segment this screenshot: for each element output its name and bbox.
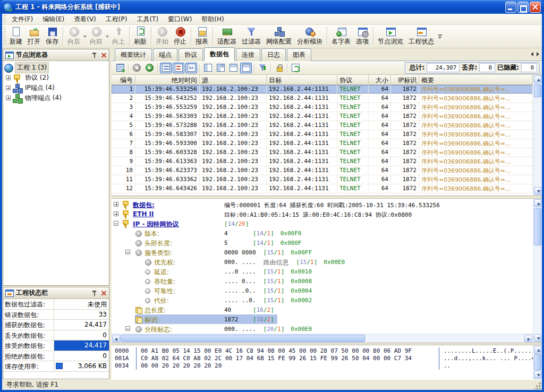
toggle-hex-view-button[interactable]: 6A bbox=[185, 63, 197, 73]
minimize-button[interactable] bbox=[505, 2, 516, 13]
menu-project[interactable]: 工程(P) bbox=[101, 14, 132, 25]
packet-row[interactable]: 515:39:46.573288192.168.2.100:23192.168.… bbox=[112, 121, 533, 130]
decode-row-total-length[interactable]: 总长度: 40[16/2] bbox=[112, 305, 533, 314]
scroll-up-icon[interactable] bbox=[534, 199, 541, 207]
col-size[interactable]: 大小 bbox=[369, 75, 391, 84]
col-source[interactable]: 源 bbox=[200, 75, 267, 84]
packet-row[interactable]: 1015:39:46.623373192.168.2.100:23192.168… bbox=[112, 166, 533, 175]
packet-row[interactable]: 715:39:46.593300192.168.2.100:23192.168.… bbox=[112, 139, 533, 148]
toolbar-overflow-icon[interactable] bbox=[438, 33, 443, 40]
decode-scrollbar[interactable] bbox=[533, 199, 542, 343]
tab-protocols[interactable]: 协议 bbox=[178, 48, 203, 61]
expand-icon[interactable] bbox=[114, 211, 118, 216]
packet-row[interactable]: 915:39:46.613363192.168.2.100:23192.168.… bbox=[112, 157, 533, 166]
name-table-button[interactable]: 名字表 bbox=[329, 25, 353, 47]
decode-row-reliability[interactable]: 可靠性: .... .0..[15/1]0x0004 bbox=[112, 286, 533, 295]
scroll-up-icon[interactable] bbox=[534, 75, 541, 83]
tab-scroll-left-icon[interactable] bbox=[530, 51, 534, 57]
save-button[interactable]: 保存 bbox=[43, 25, 61, 47]
col-abs-time[interactable]: 绝对时间 bbox=[135, 75, 200, 84]
toggle-packet-list-button[interactable] bbox=[160, 63, 172, 73]
decode-row-eth[interactable]: ETH II 目标:00:A1:B0:05:14:15 源:00:E0:4C:1… bbox=[112, 209, 533, 219]
tree-item-project[interactable]: 工程 1 (3) bbox=[4, 63, 108, 73]
collapse-icon[interactable] bbox=[125, 250, 130, 254]
layout-columns-button[interactable] bbox=[215, 63, 226, 73]
decode-row-identification[interactable]: 标识: 1872[18/2] bbox=[112, 314, 533, 324]
collapse-icon[interactable] bbox=[125, 326, 130, 331]
packet-row[interactable]: 115:39:46.533256192.168.2.100:23192.168.… bbox=[112, 85, 533, 94]
menu-help[interactable]: 帮助(H) bbox=[197, 14, 228, 25]
pin-icon[interactable] bbox=[92, 52, 97, 58]
tab-summary[interactable]: 概要统计 bbox=[115, 48, 152, 61]
tab-endpoints[interactable]: 端点 bbox=[153, 48, 177, 61]
project-status-button[interactable]: 工程状态 bbox=[406, 25, 437, 47]
lock-scroll-button[interactable] bbox=[273, 63, 285, 73]
decode-row-cost[interactable]: 代价: .... ..0.[15/1]0x0002 bbox=[112, 295, 533, 305]
expand-icon[interactable] bbox=[114, 202, 118, 207]
up-button[interactable]: 向上 bbox=[109, 25, 128, 47]
next-packet-button[interactable] bbox=[143, 63, 155, 73]
scroll-thumb[interactable] bbox=[534, 84, 541, 97]
layout-horizontal-button[interactable] bbox=[240, 63, 252, 73]
collapse-icon[interactable] bbox=[114, 221, 118, 226]
back-dropdown-icon[interactable] bbox=[83, 36, 87, 38]
decode-row-packet[interactable]: 数据包: 编号:000001 长度:64 捕获长度:60 时间戳:2005-10… bbox=[112, 200, 533, 209]
hex-line[interactable]: 0000 00 A1 B0 05 14 15 00 E0 4C 16 C8 94… bbox=[112, 347, 533, 355]
tab-connections[interactable]: 连接 bbox=[236, 48, 260, 61]
refresh-button[interactable]: 刷新 bbox=[131, 25, 149, 47]
expand-icon[interactable] bbox=[6, 75, 11, 80]
decode-row-precedence[interactable]: 优先权: 000. ....路由信息[15/1]0x00E0 bbox=[112, 257, 533, 267]
analysis-module-button[interactable]: 分析模块 bbox=[294, 25, 325, 47]
export-packets-button[interactable] bbox=[114, 63, 126, 73]
decode-row-version[interactable]: 版本: 4[14/1]0x00F0 bbox=[112, 228, 533, 238]
open-button[interactable]: 打开 bbox=[25, 25, 43, 47]
back-button[interactable]: 向后 bbox=[65, 25, 83, 47]
panel-close-icon[interactable] bbox=[101, 290, 107, 296]
scroll-down-icon[interactable] bbox=[534, 371, 541, 379]
pin-icon[interactable] bbox=[92, 290, 97, 296]
scroll-thumb[interactable] bbox=[534, 208, 541, 245]
forward-button[interactable]: 向前 bbox=[87, 25, 105, 47]
toggle-decode-view-button[interactable] bbox=[173, 63, 184, 73]
expand-icon[interactable] bbox=[6, 96, 11, 100]
network-profile-button[interactable]: 网络配置 bbox=[264, 25, 294, 47]
menu-window[interactable]: 窗口(W) bbox=[163, 14, 197, 25]
panel-close-icon[interactable] bbox=[101, 52, 107, 58]
new-button[interactable]: 新建 bbox=[7, 25, 25, 47]
scroll-thumb[interactable] bbox=[534, 354, 541, 370]
close-button[interactable] bbox=[530, 2, 541, 13]
col-target[interactable]: 目标 bbox=[267, 75, 337, 84]
col-summary[interactable]: 概要 bbox=[419, 75, 533, 84]
tree-item-protocol[interactable]: 协议 (2) bbox=[4, 73, 108, 83]
decode-row-ip[interactable]: IP - 因特网协议 [14/20] bbox=[112, 219, 533, 228]
packet-row[interactable]: 1115:39:46.633362192.168.2.100:23192.168… bbox=[112, 175, 533, 184]
prev-packet-button[interactable] bbox=[131, 63, 142, 73]
menu-file[interactable]: 文件(F) bbox=[7, 14, 38, 25]
tab-logs[interactable]: 日志 bbox=[261, 48, 286, 61]
decode-row-tos[interactable]: 服务类型: 0000 0000[15/1]0x00FF bbox=[112, 248, 533, 257]
report-button[interactable]: 报表 bbox=[193, 25, 211, 47]
menu-edit[interactable]: 编辑(E) bbox=[38, 14, 69, 25]
forward-dropdown-icon[interactable] bbox=[106, 36, 109, 38]
decode-row-header-length[interactable]: 头部长度: 5[14/1]0x000F bbox=[112, 238, 533, 248]
restore-button[interactable] bbox=[517, 2, 529, 13]
tab-scroll-right-icon[interactable] bbox=[536, 51, 540, 57]
options-button[interactable]: 选项 bbox=[353, 25, 371, 47]
packet-row[interactable]: 815:39:46.603328192.168.2.100:23192.168.… bbox=[112, 148, 533, 157]
packet-row[interactable]: 1215:39:46.643426192.168.2.100:23192.168… bbox=[112, 184, 533, 193]
start-button[interactable]: 开始 bbox=[153, 25, 171, 47]
packet-table-scrollbar[interactable] bbox=[533, 75, 542, 195]
tree-item-ip-endpoint[interactable]: IP端点 (4) bbox=[4, 83, 108, 93]
scroll-up-icon[interactable] bbox=[534, 346, 541, 354]
tab-packets[interactable]: 数据包 bbox=[204, 47, 235, 61]
resize-grip-icon[interactable] bbox=[534, 382, 541, 389]
stop-button[interactable]: 停止 bbox=[171, 25, 189, 47]
menu-view[interactable]: 查看(V) bbox=[69, 14, 101, 25]
scroll-down-icon[interactable] bbox=[534, 187, 541, 195]
hex-line[interactable]: 0034 00 00 20 20 20 20 20 20 .. bbox=[112, 362, 533, 370]
adapter-button[interactable]: 适配器 bbox=[215, 25, 239, 47]
decode-row-delay[interactable]: 延迟: ...0 ....[15/1]0x0010 bbox=[112, 267, 533, 276]
col-ip-id[interactable]: IP标识 bbox=[391, 75, 419, 84]
make-filter-button[interactable] bbox=[257, 63, 268, 73]
decode-hscrollbar[interactable] bbox=[112, 334, 533, 343]
